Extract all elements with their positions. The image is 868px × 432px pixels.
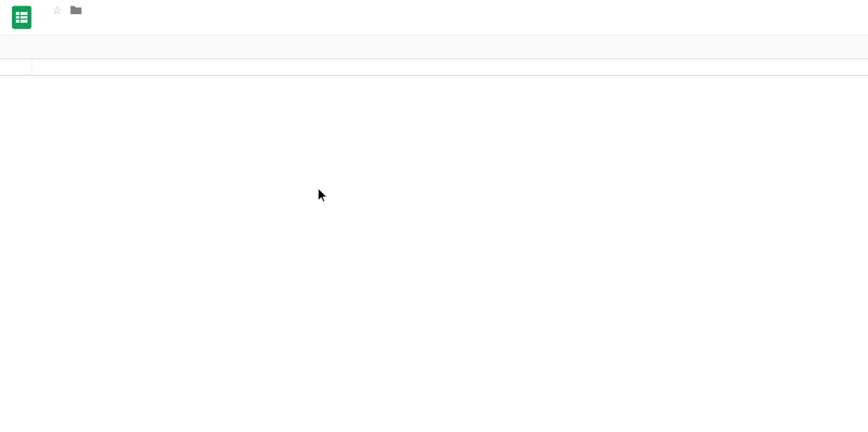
toolbar — [0, 35, 868, 59]
spreadsheet-grid — [0, 76, 868, 432]
title-menu-stack: ☆ — [43, 2, 82, 35]
formula-input[interactable] — [32, 59, 868, 75]
star-icon[interactable]: ☆ — [52, 4, 62, 17]
titlebar: ☆ — [0, 0, 868, 35]
folder-icon[interactable] — [70, 5, 82, 15]
menu-bar — [43, 17, 82, 35]
title-row: ☆ — [43, 2, 82, 17]
sheets-logo[interactable] — [11, 5, 32, 30]
google-sheets-app: ☆ — [0, 0, 868, 432]
fx-icon — [0, 59, 32, 75]
formula-bar — [0, 59, 868, 76]
